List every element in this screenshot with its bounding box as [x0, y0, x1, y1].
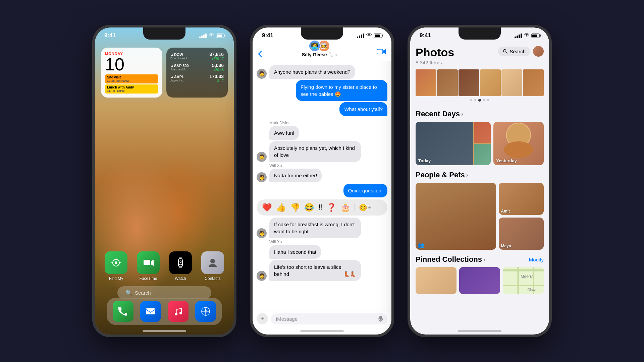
message-bubble: Quick question: — [343, 184, 387, 197]
reaction-bar[interactable]: ❤️ 👍 👎 😂 ‼️ ❓ 🎂 😊+ — [257, 199, 387, 216]
svg-rect-6 — [144, 260, 150, 265]
photo-thumb[interactable] — [459, 69, 479, 96]
photo-strip — [416, 69, 544, 96]
recent-days-header: Recent Days › — [416, 110, 544, 118]
page-dot — [470, 99, 472, 101]
home-screen: 9:41 — [95, 27, 234, 335]
page-dot — [474, 99, 476, 101]
reaction-exclamation[interactable]: ‼️ — [318, 203, 322, 212]
pinned-item[interactable] — [459, 267, 500, 294]
person-amit[interactable]: Amit — [499, 183, 544, 215]
phone-home: 9:41 — [92, 25, 236, 337]
video-call-button[interactable] — [377, 49, 386, 57]
pinned-title[interactable]: Pinned Collections › — [416, 255, 485, 264]
svg-point-31 — [504, 141, 533, 158]
photo-thumb[interactable] — [437, 69, 458, 96]
page-dot-active — [478, 99, 481, 102]
dock-phone[interactable] — [113, 301, 133, 322]
messages-header-center[interactable]: 🧑‍💻 👩‍🍳 Silly Geese 🪿 › — [302, 40, 337, 57]
reaction-thumbsdown[interactable]: 👎 — [290, 203, 300, 212]
reaction-haha[interactable]: 😂 — [304, 203, 314, 212]
sender-avatar: 👩 — [257, 172, 267, 182]
status-time: 9:41 — [104, 32, 116, 39]
photos-search-button[interactable]: Search — [498, 47, 530, 56]
photos-title: Photos — [416, 46, 454, 59]
reaction-heart[interactable]: ❤️ — [262, 203, 272, 212]
photo-thumb[interactable] — [480, 69, 501, 96]
reaction-question[interactable]: ❓ — [326, 203, 336, 212]
people-main-photo[interactable]: 👥 — [416, 183, 496, 250]
svg-point-16 — [175, 313, 177, 315]
app-findmy[interactable]: Find My — [105, 251, 127, 281]
dock-safari[interactable] — [195, 301, 216, 322]
attachment-button[interactable]: + — [257, 313, 268, 324]
signal-icon — [199, 34, 207, 38]
people-grid: 👥 Amit Maya — [416, 183, 544, 250]
svg-rect-13 — [179, 266, 182, 268]
status-icons — [199, 34, 224, 38]
home-indicator — [143, 330, 186, 332]
photos-status-icons — [515, 34, 540, 38]
message-row: 👨 Absolutely no plans yet, which I kind … — [253, 141, 391, 162]
svg-text:Meerut: Meerut — [521, 274, 534, 279]
profile-avatar[interactable] — [533, 46, 544, 57]
group-avatars: 🧑‍💻 👩‍🍳 — [309, 40, 330, 52]
svg-text:Ghaz: Ghaz — [527, 288, 536, 292]
dock-mail[interactable] — [140, 301, 161, 322]
app-watch[interactable]: Watch — [169, 251, 192, 281]
facetime-icon — [137, 251, 160, 274]
message-bubble: If cake for breakfast is wrong, I don't … — [269, 218, 361, 238]
messages-status-time: 9:41 — [262, 32, 273, 39]
section-title-recent-days[interactable]: Recent Days › — [416, 110, 463, 118]
page-dot — [487, 99, 489, 101]
people-right-col: Amit Maya — [499, 183, 544, 250]
today-photo-side — [474, 122, 491, 165]
back-button[interactable] — [258, 51, 262, 57]
photo-thumb[interactable] — [416, 69, 436, 96]
section-title-people[interactable]: People & Pets › — [416, 171, 468, 179]
pinned-item-map[interactable]: Meerut Ghaz — [503, 267, 544, 294]
message-bubble: Flying down to my sister's place to see … — [296, 80, 387, 101]
photo-thumb[interactable] — [501, 69, 522, 96]
svg-line-28 — [506, 52, 507, 53]
svg-point-1 — [115, 261, 117, 264]
wifi-icon — [366, 34, 372, 38]
message-row: What about y'all? — [253, 102, 391, 116]
stock-dow: ▲DOW Dow Jones I... 37,816 +570.17 — [170, 52, 224, 61]
reaction-thumbsup[interactable]: 👍 — [276, 203, 286, 212]
svg-point-17 — [179, 312, 182, 314]
page-dot — [483, 99, 485, 101]
stock-aapl: ▲AAPL Apple Inc. 170.33 +3.17 — [170, 74, 224, 83]
chevron-icon: › — [461, 111, 463, 118]
yesterday-label: Yesterday — [496, 158, 517, 163]
home-indicator — [300, 330, 344, 332]
contacts-icon — [201, 251, 224, 274]
recent-day-yesterday[interactable]: Yesterday — [493, 122, 544, 165]
search-label: Search — [135, 290, 151, 296]
person-maya[interactable]: Maya — [499, 218, 544, 250]
message-row: 👩 Life's too short to leave a slice behi… — [253, 260, 391, 281]
calendar-widget[interactable]: MONDAY 10 Site visit 10:15–10:45AM Lunch… — [101, 48, 162, 98]
stocks-widget[interactable]: ▲DOW Dow Jones I... 37,816 +570.17 — [166, 48, 228, 98]
chevron-icon: › — [466, 172, 468, 179]
pinned-modify-button[interactable]: Modify — [529, 257, 544, 262]
photos-content: Recent Days › Today — [410, 104, 549, 294]
pinned-item[interactable] — [416, 267, 457, 294]
watch-icon — [169, 251, 192, 274]
reaction-more[interactable]: 😊+ — [359, 203, 371, 212]
today-side-photo — [474, 122, 491, 143]
message-input[interactable]: iMessage — [271, 313, 387, 324]
signal-icon — [515, 34, 522, 38]
svg-marker-7 — [151, 260, 154, 266]
dock-music[interactable] — [168, 301, 189, 322]
person-amit-label: Amit — [501, 209, 510, 214]
app-contacts[interactable]: Contacts — [201, 251, 224, 281]
message-bubble: Life's too short to leave a slice behind… — [269, 260, 361, 281]
svg-point-14 — [210, 259, 215, 263]
photos-header-right: Search — [498, 46, 544, 57]
app-facetime[interactable]: FaceTime — [137, 251, 160, 281]
reaction-cake[interactable]: 🎂 — [340, 203, 351, 212]
recent-day-today[interactable]: Today — [416, 122, 491, 165]
photo-thumb[interactable] — [523, 69, 544, 96]
avatar-1: 🧑‍💻 — [309, 40, 321, 52]
